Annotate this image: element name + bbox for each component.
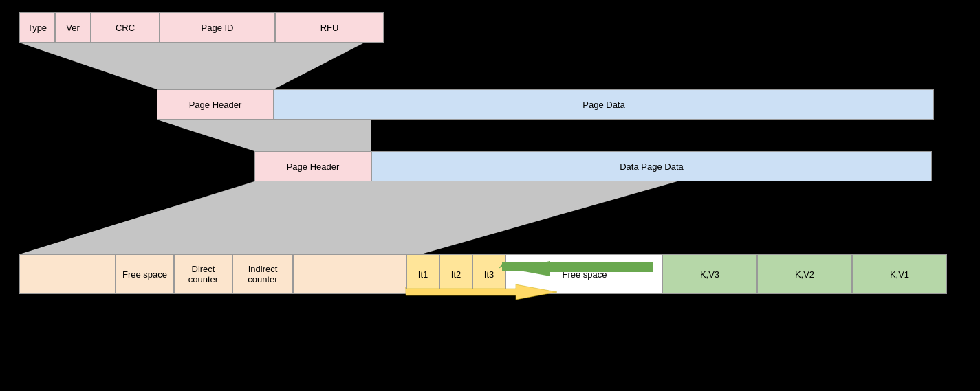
freespace2-field: Free space <box>505 254 662 294</box>
page-header-2: Page Header <box>254 151 371 181</box>
connector-svg <box>0 0 980 391</box>
it1-field: It1 <box>406 254 439 294</box>
rfu-field: RFU <box>275 12 384 43</box>
crc-field: CRC <box>91 12 160 43</box>
freespace-field: Free space <box>116 254 174 294</box>
connector-trapezoid-2 <box>157 120 371 151</box>
data-page-row: Page Header Data Page Data <box>254 151 932 181</box>
page-row: Page Header Page Data <box>157 89 934 120</box>
page-header-1: Page Header <box>157 89 274 120</box>
diagram: Type Ver CRC Page ID RFU Page Header Pag… <box>0 0 980 391</box>
header-fields-row: Type Ver CRC Page ID RFU <box>19 12 384 43</box>
pageid-field: Page ID <box>160 12 275 43</box>
connector-trapezoid-3 <box>19 181 677 254</box>
data-page-data: Data Page Data <box>371 151 932 181</box>
it2-field: It2 <box>439 254 472 294</box>
data-fields-row: Free space Direct counter Indirect count… <box>19 254 947 294</box>
direct-counter: Direct counter <box>174 254 232 294</box>
ver-field: Ver <box>55 12 91 43</box>
middle-field <box>293 254 406 294</box>
it3-field: It3 <box>472 254 505 294</box>
kv1-field: K,V1 <box>852 254 947 294</box>
type-field: Type <box>19 12 55 43</box>
blank-field <box>19 254 116 294</box>
indirect-counter: Indirect counter <box>232 254 293 294</box>
page-data-1: Page Data <box>274 89 934 120</box>
kv3-field: K,V3 <box>662 254 757 294</box>
kv2-field: K,V2 <box>757 254 852 294</box>
connector-trapezoid-1 <box>19 43 364 89</box>
